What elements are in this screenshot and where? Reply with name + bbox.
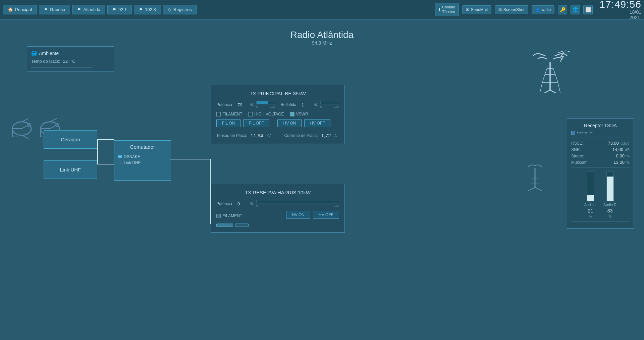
tower-icon-1: ⚑	[44, 7, 48, 12]
comutador-title: Comutador	[118, 144, 167, 150]
tower-icon-3: ⚑	[112, 7, 116, 12]
svg-line-25	[555, 75, 558, 82]
contato-tecnico-button[interactable]: ℹ ContatoTécnico	[435, 3, 459, 16]
conn-line-1	[97, 139, 114, 140]
audio-l-col: Áudio L 21 %	[584, 171, 597, 218]
fil-off-button[interactable]: FIL OFF	[243, 119, 269, 127]
tx-principal-title: TX PRINCIPAL BE 35kW	[216, 91, 339, 96]
export-icon: ⬜	[585, 7, 591, 12]
refletida-bar: 0100	[320, 101, 339, 108]
svg-line-18	[550, 90, 561, 93]
tx-reserva-box: TX RESERVA HARRIS 10kW Potência 0 % 0120…	[211, 184, 345, 233]
high-voltage-checkbox[interactable]	[248, 112, 253, 116]
svg-line-5	[22, 125, 29, 129]
refletida-bar-fill	[321, 101, 321, 104]
audio-r-fill	[607, 177, 613, 201]
audio-r-bar	[606, 171, 614, 201]
svg-line-17	[539, 90, 550, 93]
reserva-filament-row: FILAMENT HV ON HV OFF	[216, 211, 339, 221]
page-subtitle: 94.3 MHz	[290, 40, 354, 46]
svg-line-27	[558, 82, 561, 93]
reserva-potencia-row: Potência 0 % 0120	[216, 200, 339, 207]
refletida-bar-bg	[320, 101, 339, 104]
soft-mute-checkbox[interactable]	[571, 131, 575, 135]
export-icon-btn[interactable]: ⬜	[583, 5, 593, 14]
audio-l-fill	[587, 195, 594, 201]
nav-gaucha[interactable]: ⚑ Gaúcha	[39, 5, 70, 14]
receptor-box: Receptor TSDA Soft Mute RSSE: 73,00 dBuV…	[567, 118, 634, 229]
screenshot-button[interactable]: ✉ ScreenShot	[495, 5, 528, 14]
globe-icon: 🌐	[573, 7, 578, 12]
radio-button[interactable]: 👤 radio	[532, 5, 555, 14]
sendmail-button[interactable]: ✉ SendMail	[462, 5, 491, 14]
conn-line-2	[97, 139, 98, 164]
ambiente-divider	[31, 67, 92, 67]
filament-check: FILAMENT	[216, 112, 242, 116]
page-title-area: Radio Atlântida 94.3 MHz	[290, 30, 354, 46]
globe-small-icon: 🌐	[31, 51, 37, 56]
nav-1023[interactable]: ⚑ 102.3	[134, 5, 161, 14]
receptor-title: Receptor TSDA	[571, 123, 630, 128]
linkuhf-indicator	[118, 161, 122, 164]
key-icon-btn[interactable]: 🔑	[558, 5, 567, 14]
receptor-divider-1	[571, 138, 630, 138]
multipath-row: Multipath: 13,00 %	[571, 160, 630, 165]
potencia-ticks: 0120	[256, 105, 275, 108]
svg-line-1	[22, 118, 29, 122]
dsnake-indicator	[118, 155, 122, 158]
stereo-row: Stereo: 0,00 %	[571, 153, 630, 158]
reserva-filament-check: FILAMENT	[216, 213, 242, 218]
hv-on-button[interactable]: HV ON	[277, 119, 302, 127]
reserva-hv-buttons: HV ON HV OFF	[286, 211, 339, 219]
potencia-bar-fill	[257, 101, 268, 104]
nav-principal[interactable]: 🏠 Principal	[3, 5, 37, 14]
reserva-hv-on-button[interactable]: HV ON	[286, 211, 310, 219]
comutador-box: Comutador DSNAKE Link UHF	[114, 140, 171, 181]
tower-icon-4: ⚑	[139, 7, 143, 12]
registros-icon: ◇	[168, 7, 171, 12]
fil-on-button[interactable]: FIL ON	[216, 119, 240, 127]
reserva-potencia-ticks: 0120	[256, 204, 339, 207]
svg-line-29	[528, 187, 535, 191]
hv-off-button[interactable]: HV OFF	[304, 119, 330, 127]
ceragon-box: Ceragon	[44, 130, 97, 149]
receptor-divider-3	[571, 221, 630, 222]
tx-principal-bottom: Tensão de Placa: 11,94 kV Corrente de Pl…	[216, 133, 339, 138]
vswr-check: VSWR	[290, 112, 308, 116]
potencia-bar: 0120	[256, 101, 275, 108]
potencia-row: Potência 79 % 0120 Refletida 1 % 0100	[216, 101, 339, 108]
tx-principal-checks: FILAMENT HIGH VOLTAGE VSWR	[216, 112, 339, 116]
audio-l-bar	[587, 171, 594, 201]
main-content: Radio Atlântida 94.3 MHz 🌐 Ambiente Temp…	[0, 19, 644, 340]
reserva-potencia-bar: 0120	[256, 200, 339, 207]
reserva-hv-off-button[interactable]: HV OFF	[313, 211, 339, 219]
hv-buttons: HV ON HV OFF	[277, 119, 330, 127]
satellite-dish-1	[10, 117, 37, 140]
comutador-item-dsnake: DSNAKE	[118, 154, 167, 159]
tx-reserva-title: TX RESERVA HARRIS 10kW	[216, 190, 339, 195]
audio-r-col: Áudio R 83 %	[603, 171, 616, 218]
nav-registros[interactable]: ◇ Registros	[163, 5, 197, 14]
info-icon: ℹ	[439, 7, 440, 12]
reserva-btn-2[interactable]	[235, 224, 249, 227]
refletida-ticks: 0100	[320, 105, 339, 108]
conn-line-3	[97, 164, 114, 164]
antenna-icon-area	[530, 50, 570, 94]
small-antenna-svg	[523, 164, 547, 191]
ambiente-box: 🌐 Ambiente Temp do Rack: 22 °C	[27, 46, 114, 72]
globe-icon-btn[interactable]: 🌐	[571, 5, 580, 14]
filament-checkbox[interactable]	[216, 112, 221, 116]
vswr-checkbox[interactable]	[290, 112, 294, 116]
tx-principal-box: TX PRINCIPAL BE 35kW Potência 79 % 0120 …	[211, 85, 345, 144]
audio-row: Áudio L 21 % Áudio R 83 %	[571, 171, 630, 218]
nav-921[interactable]: ⚑ 92.1	[107, 5, 132, 14]
svg-line-13	[50, 125, 57, 129]
svg-line-23	[553, 68, 555, 75]
tower-icon-2: ⚑	[77, 7, 81, 12]
mail-icon-2: ✉	[498, 7, 502, 12]
reserva-btn-1[interactable]	[216, 224, 233, 227]
reserva-filament-checkbox[interactable]	[216, 214, 221, 218]
top-navigation: 🏠 Principal ⚑ Gaúcha ⚑ Atlântida ⚑ 92.1 …	[0, 0, 644, 19]
svg-line-30	[535, 187, 542, 191]
nav-atlantida[interactable]: ⚑ Atlântida	[72, 5, 105, 14]
